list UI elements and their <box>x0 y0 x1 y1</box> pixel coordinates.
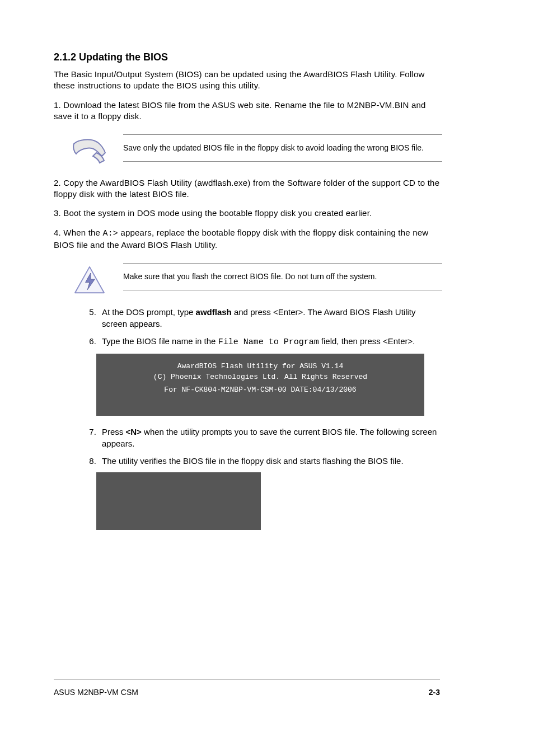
footer-page-number: 2-3 <box>429 688 440 697</box>
intro-paragraph: The Basic Input/Output System (BIOS) can… <box>54 69 440 92</box>
step-download: 1. Download the latest BIOS file from th… <box>54 100 440 123</box>
step-7: Press <N> when the utility prompts you t… <box>99 426 440 449</box>
note-callout-1: Save only the updated BIOS file in the f… <box>123 134 440 162</box>
code-output-1: AwardBIOS Flash Utility for ASUS V1.14 (… <box>96 354 424 416</box>
warning-callout: Make sure that you flash the correct BIO… <box>123 263 440 290</box>
page-footer: ASUS M2NBP-VM CSM 2-3 <box>54 679 440 697</box>
footer-left: ASUS M2NBP-VM CSM <box>54 688 138 697</box>
code-output-2 <box>96 472 261 530</box>
warning-text: Make sure that you flash the correct BIO… <box>123 264 440 290</box>
hand-pointer-icon <box>73 137 109 166</box>
warning-lightning-icon <box>73 266 109 295</box>
step-5: At the DOS prompt, type awdflash and pre… <box>99 306 440 330</box>
note-text-1: Save only the updated BIOS file in the f… <box>123 135 440 161</box>
step-8: The utility verifies the BIOS file in th… <box>99 455 440 467</box>
step-boot: 3. Boot the system in DOS mode using the… <box>54 208 440 219</box>
section-heading: 2.1.2 Updating the BIOS <box>54 51 440 63</box>
step-6: Type the BIOS file name in the File Name… <box>99 335 440 348</box>
step-copy: 2. Copy the AwardBIOS Flash Utility (awd… <box>54 177 440 200</box>
step-prompt: 4. When the A:> appears, replace the boo… <box>54 227 440 251</box>
